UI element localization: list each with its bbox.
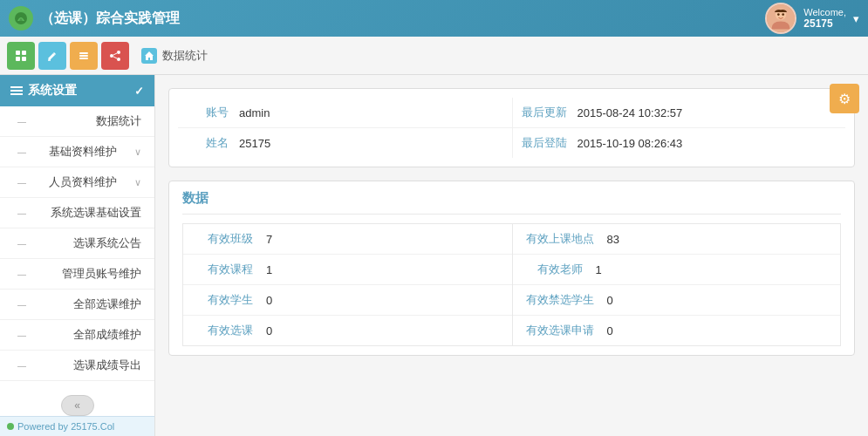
data-row-application: 有效选课申请 0 xyxy=(513,316,841,345)
chevron-down-icon: ∨ xyxy=(134,146,141,158)
class-label: 有效班级 xyxy=(196,231,266,247)
data-row-selection: 有效选课 0 xyxy=(183,316,512,345)
last-update-label: 最后更新 xyxy=(522,105,578,120)
svg-line-16 xyxy=(113,53,117,55)
banned-label: 有效禁选学生 xyxy=(526,292,607,308)
sidebar: 系统设置 ✓ 数据统计 基础资料维护 ∨ 人员资料维护 ∨ 系统选课基础设置 选… xyxy=(0,75,155,436)
toolbar-btn-list[interactable] xyxy=(70,42,98,70)
toolbar-btn-share[interactable] xyxy=(101,42,129,70)
data-row-venue: 有效上课地点 83 xyxy=(513,224,841,255)
powered-text: Powered by 25175.Col xyxy=(17,421,114,432)
data-row-student: 有效学生 0 xyxy=(183,285,512,316)
header-dropdown-icon[interactable]: ▾ xyxy=(853,12,859,25)
app-title: （选课）踪合实践管理 xyxy=(40,10,180,28)
toolbar-btn-edit[interactable] xyxy=(38,42,66,70)
application-value: 0 xyxy=(607,324,613,337)
svg-rect-5 xyxy=(16,51,20,55)
svg-point-14 xyxy=(110,54,113,58)
banned-value: 0 xyxy=(607,294,613,307)
sidebar-title: 系统设置 xyxy=(28,83,77,99)
header-logo xyxy=(9,6,33,31)
venue-label: 有效上课地点 xyxy=(526,231,607,247)
svg-rect-8 xyxy=(22,57,26,61)
sidebar-header[interactable]: 系统设置 ✓ xyxy=(0,75,154,106)
chevron-down-icon-2: ∨ xyxy=(134,177,141,188)
data-row-class: 有效班级 7 xyxy=(183,224,512,255)
info-account-row: 账号 admin xyxy=(178,98,512,128)
svg-rect-11 xyxy=(79,55,88,57)
last-login-value: 2015-10-19 08:26:43 xyxy=(578,137,683,150)
venue-value: 83 xyxy=(607,233,619,246)
data-left-col: 有效班级 7 有效课程 1 有效学生 0 有效选课 0 xyxy=(183,224,512,345)
svg-rect-6 xyxy=(22,51,26,55)
account-info-card: 账号 admin 姓名 25175 最后更新 2015-08-24 10:32:… xyxy=(168,88,855,167)
content-area: ⚙ 账号 admin 姓名 25175 最后更新 2015-08-24 10:3… xyxy=(155,75,868,436)
main-layout: 系统设置 ✓ 数据统计 基础资料维护 ∨ 人员资料维护 ∨ 系统选课基础设置 选… xyxy=(0,75,868,436)
header-right: Welcome, 25175 ▾ xyxy=(765,3,859,34)
settings-gear-button[interactable]: ⚙ xyxy=(830,84,859,113)
data-row-course: 有效课程 1 xyxy=(183,255,512,285)
selection-value: 0 xyxy=(266,324,272,337)
toolbar: 数据统计 xyxy=(0,37,868,75)
avatar[interactable] xyxy=(765,3,796,34)
svg-point-15 xyxy=(117,58,120,61)
account-label: 账号 xyxy=(187,105,239,120)
data-row-banned: 有效禁选学生 0 xyxy=(513,285,841,316)
data-row-teacher: 有效老师 1 xyxy=(513,255,841,285)
name-value: 25175 xyxy=(239,137,270,150)
svg-point-3 xyxy=(777,13,780,16)
svg-rect-10 xyxy=(79,52,88,54)
header-username: 25175 xyxy=(803,17,846,30)
course-value: 1 xyxy=(266,263,272,276)
powered-dot-icon xyxy=(7,423,14,430)
sidebar-item-all-grades[interactable]: 全部成绩维护 xyxy=(0,320,154,351)
menu-icon xyxy=(10,86,23,95)
teacher-label: 有效老师 xyxy=(526,262,596,277)
svg-rect-7 xyxy=(16,57,20,61)
info-left-col: 账号 admin 姓名 25175 xyxy=(178,98,512,158)
class-value: 7 xyxy=(266,233,272,246)
welcome-label: Welcome, xyxy=(803,7,846,17)
sidebar-item-personnel[interactable]: 人员资料维护 ∨ xyxy=(0,167,154,198)
student-label: 有效学生 xyxy=(196,292,266,308)
header-left: （选课）踪合实践管理 xyxy=(9,6,180,31)
info-name-row: 姓名 25175 xyxy=(178,128,512,158)
sidebar-footer: Powered by 25175.Col xyxy=(0,416,154,436)
sidebar-collapse-button[interactable]: « xyxy=(61,395,94,416)
info-right-col: 最后更新 2015-08-24 10:32:57 最后登陆 2015-10-19… xyxy=(512,98,846,158)
selection-label: 有效选课 xyxy=(196,323,266,338)
teacher-value: 1 xyxy=(596,263,602,276)
breadcrumb-current: 数据统计 xyxy=(162,48,208,64)
svg-point-13 xyxy=(117,51,120,54)
data-right-col: 有效上课地点 83 有效老师 1 有效禁选学生 0 有效选课申请 0 xyxy=(512,224,841,345)
header: （选课）踪合实践管理 Welcome, 25175 ▾ xyxy=(0,0,868,37)
sidebar-item-grade-export[interactable]: 选课成绩导出 xyxy=(0,351,154,381)
toolbar-btn-grid[interactable] xyxy=(7,42,35,70)
account-value: admin xyxy=(239,106,270,119)
course-label: 有效课程 xyxy=(196,262,266,277)
data-section-card: 数据 有效班级 7 有效课程 1 有效学生 0 xyxy=(168,181,855,356)
svg-line-17 xyxy=(113,57,117,58)
sidebar-item-data-stats[interactable]: 数据统计 xyxy=(0,106,154,137)
info-last-login-row: 最后登陆 2015-10-19 08:26:43 xyxy=(513,128,846,158)
sidebar-checkmark-icon: ✓ xyxy=(134,85,144,98)
breadcrumb-home-icon[interactable] xyxy=(141,48,157,64)
info-last-update-row: 最后更新 2015-08-24 10:32:57 xyxy=(513,98,846,128)
sidebar-item-admin-account[interactable]: 管理员账号维护 xyxy=(0,259,154,290)
sidebar-item-base-data[interactable]: 基础资料维护 ∨ xyxy=(0,137,154,167)
welcome-block: Welcome, 25175 xyxy=(803,7,846,30)
last-update-value: 2015-08-24 10:32:57 xyxy=(578,106,683,119)
sidebar-item-announcement[interactable]: 选课系统公告 xyxy=(0,228,154,259)
sidebar-header-left: 系统设置 xyxy=(10,83,77,99)
breadcrumb: 数据统计 xyxy=(141,48,208,64)
svg-rect-12 xyxy=(79,58,88,59)
svg-point-4 xyxy=(783,13,785,16)
sidebar-item-course-settings[interactable]: 系统选课基础设置 xyxy=(0,198,154,228)
last-login-label: 最后登陆 xyxy=(522,135,578,151)
sidebar-item-all-courses[interactable]: 全部选课维护 xyxy=(0,290,154,320)
data-section-title: 数据 xyxy=(182,190,841,215)
name-label: 姓名 xyxy=(187,135,239,151)
application-label: 有效选课申请 xyxy=(526,323,607,338)
student-value: 0 xyxy=(266,294,272,307)
data-grid: 有效班级 7 有效课程 1 有效学生 0 有效选课 0 xyxy=(182,223,841,346)
